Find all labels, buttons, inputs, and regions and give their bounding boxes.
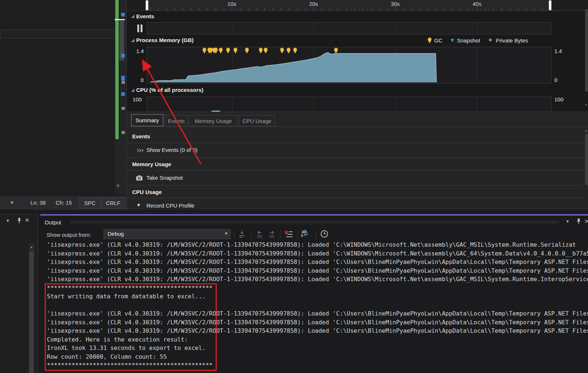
ruler-tick-label: 40s <box>473 1 481 7</box>
close-icon[interactable]: × <box>25 216 29 224</box>
charts-scrollbar-down-icon[interactable]: ▼ <box>584 103 588 107</box>
left-scrollbar-thumb[interactable] <box>29 251 34 373</box>
gc-marker <box>334 48 338 54</box>
ruler-tick <box>534 8 535 10</box>
left-tool-window: ▾ × ▲ <box>0 214 38 373</box>
gc-legend-label: GC <box>434 37 443 44</box>
previous-message-icon[interactable] <box>255 230 264 239</box>
summary-scrollbar-up-icon[interactable]: ▲ <box>584 128 588 133</box>
editor-pane: ▼ ▶ Ln: 38 Ch: 15 SPC CRLF <box>0 0 126 210</box>
tab-cpu-usage[interactable]: CPU Usage <box>239 115 275 126</box>
summary-scrollbar-thumb[interactable] <box>585 134 588 185</box>
scrollbar-down-arrow-icon[interactable]: ▼ <box>116 183 120 189</box>
ruler-tick <box>395 7 396 10</box>
tab-memory-usage[interactable]: Memory Usage <box>189 115 237 126</box>
next-message-icon[interactable] <box>267 230 276 239</box>
scroll-marker-gray <box>122 107 125 110</box>
ruler-tick <box>167 8 167 10</box>
ruler-tick <box>403 8 404 10</box>
clock-icon[interactable] <box>320 230 329 238</box>
editor-status-bar: ▶ Ln: 38 Ch: 15 SPC CRLF <box>0 196 126 210</box>
ruler-tick <box>150 7 150 10</box>
word-wrap-icon[interactable]: ab c ↵ <box>301 229 310 238</box>
ruler-tick <box>224 8 224 10</box>
editor-scrollbar[interactable]: ▼ <box>115 0 126 194</box>
ruler-tick <box>436 7 436 10</box>
ruler-tick <box>281 8 281 10</box>
gc-marker <box>234 48 237 54</box>
play-icon[interactable]: ▶ <box>11 200 14 205</box>
ruler-tick <box>371 8 371 10</box>
output-line: 'iisexpress.exe' (CLR v4.0.30319: /LM/W3… <box>47 275 588 284</box>
ruler-tick <box>444 8 445 10</box>
ruler-tick <box>354 7 355 10</box>
ruler-tick <box>518 7 518 10</box>
scroll-marker-blue <box>121 13 125 16</box>
ruler-tick <box>183 8 183 10</box>
editor-peek-box <box>0 30 115 38</box>
vs-window: ▼ ▶ Ln: 38 Ch: 15 SPC CRLF 10s20s30s40s … <box>0 0 588 373</box>
memory-collapse-icon[interactable] <box>131 39 134 42</box>
ruler-tick <box>232 7 232 10</box>
diagnostics-lower-panel: Summary Events Memory Usage CPU Usage Ev… <box>127 112 588 210</box>
pin-icon[interactable] <box>17 217 22 224</box>
events-collapse-icon[interactable] <box>131 15 134 18</box>
show-events-icon <box>137 148 144 153</box>
window-menu-chevron-icon[interactable]: ▾ <box>7 218 9 223</box>
ruler-tick <box>248 8 249 10</box>
ruler-tick <box>502 8 502 10</box>
ruler-tick <box>379 8 379 10</box>
ruler-tick <box>207 8 208 10</box>
ruler-tick <box>289 8 289 10</box>
output-line: 'iisexpress.exe' (CLR v4.0.30319: /LM/W3… <box>47 249 588 258</box>
ruler-tick <box>273 7 273 10</box>
tab-summary[interactable]: Summary <box>131 114 163 126</box>
clear-all-icon[interactable] <box>284 230 293 239</box>
gc-marker <box>226 48 230 54</box>
gc-marker <box>293 48 297 54</box>
cpu-collapse-icon[interactable] <box>131 89 134 92</box>
ruler-tick <box>542 8 543 10</box>
charts-scrollbar-thumb[interactable] <box>585 9 588 92</box>
ruler-tick <box>469 8 469 10</box>
panel-drag-grip[interactable] <box>70 220 559 224</box>
memory-area-chart <box>147 47 551 83</box>
gc-marker <box>264 48 268 54</box>
memory-section-label: Process Memory (GB) <box>136 37 194 43</box>
take-snapshot-link[interactable]: Take Snapshot <box>146 175 183 181</box>
status-spc-toggle[interactable]: SPC <box>79 197 101 209</box>
snapshot-legend-label: Snapshot <box>457 37 480 44</box>
output-close-icon[interactable]: > <box>585 218 588 225</box>
scroll-marker-gray <box>122 81 125 84</box>
timeline-handle-right[interactable] <box>549 0 551 10</box>
timeline-ruler[interactable]: 10s20s30s40s <box>127 0 588 11</box>
output-menu-chevron-icon[interactable]: ▾ <box>566 219 569 224</box>
output-panel-title: Output <box>45 219 61 225</box>
summary-events-header: Events <box>132 133 150 139</box>
show-events-link[interactable]: Show Events (0 of 0) <box>146 147 197 153</box>
timeline-handle-left[interactable] <box>146 0 148 10</box>
output-source-dropdown[interactable]: Debug ▾ <box>104 229 231 239</box>
memory-axis-max: 1.4 <box>136 48 144 54</box>
left-tool-scrollbar[interactable]: ▲ <box>29 244 34 373</box>
ruler-tick <box>412 8 412 10</box>
status-crlf-toggle[interactable]: CRLF <box>101 197 125 209</box>
ruler-tick <box>199 8 200 10</box>
ruler-tick <box>158 8 159 10</box>
pause-icon[interactable] <box>137 25 143 32</box>
ruler-tick <box>338 8 338 10</box>
left-scrollbar-up-icon[interactable]: ▲ <box>30 245 33 249</box>
gc-marker <box>287 48 290 54</box>
tab-events[interactable]: Events <box>165 115 188 126</box>
events-section-label: Events <box>136 13 154 19</box>
ruler-tick <box>420 8 420 10</box>
output-pin-icon[interactable] <box>576 218 581 224</box>
diagnostic-tools-panel: 10s20s30s40s Events Process Memory (GB) … <box>126 0 588 210</box>
ruler-tick <box>510 8 510 10</box>
gc-marker <box>259 48 263 54</box>
cpu-area-chart <box>147 97 551 112</box>
record-cpu-profile-link[interactable]: Record CPU Profile <box>146 202 194 209</box>
find-message-icon[interactable] <box>237 230 247 239</box>
scroll-marker-blue <box>121 92 125 96</box>
gc-marker <box>280 48 284 54</box>
